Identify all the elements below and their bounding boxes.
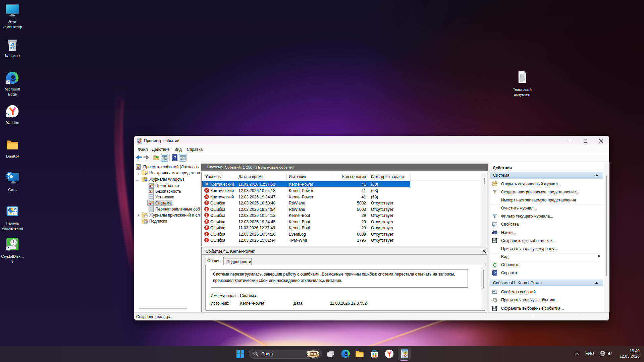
svg-text:?: ? — [173, 155, 176, 160]
svg-text:?: ? — [494, 271, 496, 275]
